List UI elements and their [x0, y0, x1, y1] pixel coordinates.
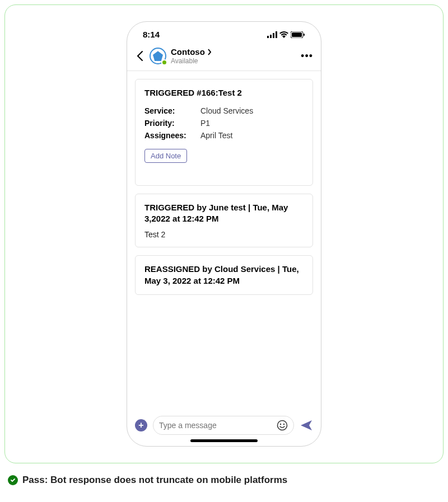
- kv-key: Assignees:: [144, 129, 200, 142]
- pass-check-icon: [8, 475, 18, 485]
- battery-icon: [291, 31, 305, 38]
- kv-val: April Test: [200, 129, 232, 142]
- card-title: TRIGGERED #166:Test 2: [144, 87, 304, 98]
- wifi-icon: [279, 31, 288, 38]
- svg-rect-3: [276, 31, 277, 38]
- add-note-button[interactable]: Add Note: [144, 149, 187, 163]
- status-time: 8:14: [143, 30, 160, 39]
- screenshot-frame: 8:14 Contoso Available •••: [4, 4, 444, 463]
- emoji-icon[interactable]: [277, 420, 288, 431]
- svg-point-9: [283, 424, 284, 425]
- home-indicator: [190, 439, 258, 442]
- svg-rect-0: [267, 36, 269, 38]
- phone-device: 8:14 Contoso Available •••: [127, 21, 321, 447]
- chevron-right-icon: [207, 49, 212, 55]
- kv-row: Priority: P1: [144, 117, 304, 129]
- header-title: Contoso: [171, 47, 205, 57]
- status-indicators: [267, 31, 305, 38]
- card-title: REASSIGNED by Cloud Services | Tue, May …: [144, 264, 304, 287]
- kv-row: Service: Cloud Services: [144, 105, 304, 117]
- message-input[interactable]: [159, 421, 272, 430]
- svg-rect-2: [273, 33, 274, 38]
- back-icon[interactable]: [135, 51, 145, 61]
- status-bar: 8:14: [127, 22, 321, 44]
- kv-val: P1: [200, 117, 210, 129]
- avatar[interactable]: [150, 48, 166, 64]
- caption: Pass: Bot response does not truncate on …: [0, 468, 448, 486]
- more-icon[interactable]: •••: [301, 50, 313, 62]
- chat-header: Contoso Available •••: [127, 44, 321, 71]
- header-text[interactable]: Contoso Available: [171, 47, 296, 65]
- cellular-icon: [267, 31, 277, 38]
- card-title: TRIGGERED by June test | Tue, May 3,2022…: [144, 202, 304, 225]
- kv-row: Assignees: April Test: [144, 129, 304, 142]
- card-triggered: TRIGGERED #166:Test 2 Service: Cloud Ser…: [135, 79, 313, 185]
- messages-area: TRIGGERED #166:Test 2 Service: Cloud Ser…: [127, 71, 321, 410]
- svg-point-7: [278, 421, 287, 430]
- plus-button[interactable]: +: [135, 419, 147, 431]
- kv-val: Cloud Services: [200, 105, 253, 117]
- svg-rect-1: [270, 35, 272, 38]
- caption-text: Pass: Bot response does not truncate on …: [22, 475, 287, 486]
- svg-rect-5: [292, 32, 302, 37]
- card-triggered-by: TRIGGERED by June test | Tue, May 3,2022…: [135, 194, 313, 248]
- send-icon[interactable]: [300, 419, 313, 432]
- kv-key: Service:: [144, 105, 200, 117]
- card-body: Test 2: [144, 230, 304, 239]
- card-reassigned: REASSIGNED by Cloud Services | Tue, May …: [135, 255, 313, 295]
- kv-key: Priority:: [144, 117, 200, 129]
- svg-point-8: [280, 424, 281, 425]
- header-subtitle: Available: [171, 57, 296, 65]
- presence-indicator: [161, 59, 167, 65]
- message-input-wrap[interactable]: [153, 416, 294, 435]
- svg-rect-6: [304, 34, 305, 36]
